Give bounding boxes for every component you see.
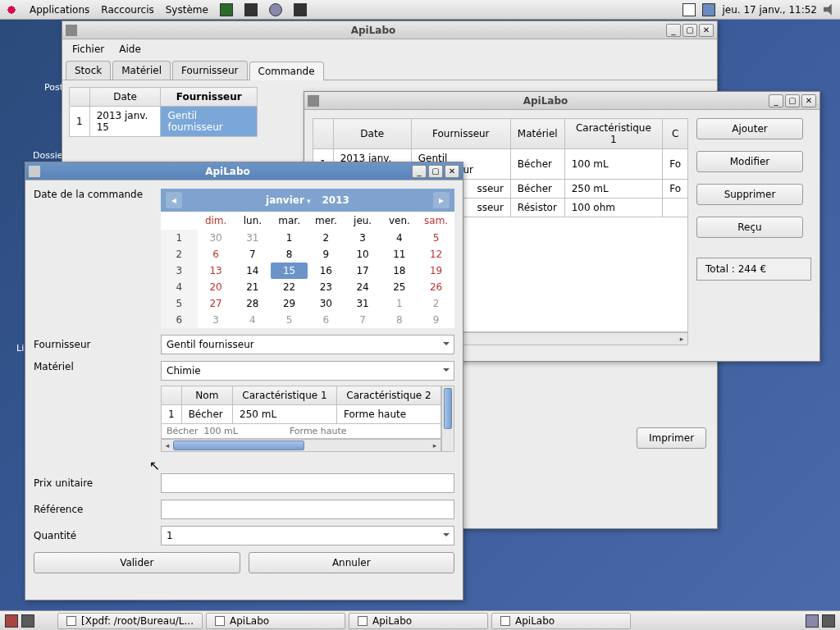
menu-applications[interactable]: Applications — [30, 4, 89, 16]
col-fournisseur: Fournisseur — [161, 88, 258, 107]
materiel-combo[interactable] — [161, 361, 454, 381]
task-apilabo[interactable]: ApiLabo — [206, 613, 345, 629]
task-apilabo[interactable]: ApiLabo — [491, 613, 631, 629]
minimize-button[interactable]: _ — [769, 94, 783, 107]
network-icon[interactable] — [702, 3, 715, 16]
label-reference: Référence — [34, 504, 161, 515]
menu-system[interactable]: Système — [166, 4, 208, 16]
recu-button[interactable]: Reçu — [696, 217, 803, 238]
reference-input[interactable] — [161, 500, 454, 519]
task-apilabo[interactable]: ApiLabo — [349, 613, 488, 629]
ajouter-button[interactable]: Ajouter — [696, 118, 803, 139]
close-button[interactable]: ✕ — [699, 24, 714, 37]
calendar[interactable]: ◂ janvier 2013 ▸ dim.lun.mar.mer.jeu.ven… — [161, 189, 454, 328]
window-title: ApiLabo — [322, 95, 769, 107]
workspace-switcher-icon[interactable] — [806, 614, 819, 628]
window-title: ApiLabo — [80, 25, 666, 36]
prev-month-button[interactable]: ◂ — [166, 192, 182, 208]
terminal-icon[interactable] — [294, 3, 307, 16]
selected-day: 15 — [271, 262, 308, 279]
minimize-button[interactable]: _ — [666, 24, 681, 37]
minimize-button[interactable]: _ — [412, 165, 427, 178]
quantite-input[interactable] — [161, 526, 454, 546]
top-panel: Applications Raccourcis Système jeu. 17 … — [0, 0, 840, 20]
supprimer-button[interactable]: Supprimer — [696, 184, 803, 205]
horizontal-scrollbar[interactable]: ◂▸ — [161, 439, 441, 452]
maximize-button[interactable]: ▢ — [428, 165, 443, 178]
materiel-table[interactable]: NomCaractéristique 1Caractéristique 2 1B… — [161, 386, 441, 424]
applet-icon[interactable] — [244, 3, 258, 16]
bottom-panel: [Xpdf: /root/Bureau/L... ApiLabo ApiLabo… — [0, 610, 840, 630]
maximize-button[interactable]: ▢ — [682, 24, 697, 37]
col-date: Date — [89, 88, 161, 107]
label-prix: Prix unitaire — [34, 477, 161, 489]
label-fournisseur: Fournisseur — [34, 339, 161, 350]
clock[interactable]: jeu. 17 janv., 11:52 — [722, 4, 817, 16]
modifier-button[interactable]: Modifier — [696, 151, 803, 172]
app-icon — [29, 166, 40, 177]
window-title: ApiLabo — [43, 166, 412, 177]
volume-icon[interactable] — [824, 4, 835, 16]
show-desktop-icon[interactable] — [5, 614, 18, 628]
window-apilabo-form: ApiLabo _ ▢ ✕ Date de la commande ◂ janv… — [25, 162, 463, 600]
desktop-label: Li — [16, 343, 24, 354]
imprimer-button[interactable]: Imprimer — [637, 427, 706, 449]
scroll-right-icon: ▸ — [676, 333, 687, 345]
label-date: Date de la commande — [34, 189, 161, 200]
tray-icon[interactable] — [682, 3, 696, 16]
app-icon — [66, 25, 77, 36]
task-xpdf[interactable]: [Xpdf: /root/Bureau/L... — [57, 613, 203, 629]
prix-input[interactable] — [161, 473, 454, 493]
next-month-button[interactable]: ▸ — [433, 192, 450, 208]
total-label: Total : 244 € — [696, 258, 811, 281]
partial-row: Bécher 100 mL Forme haute — [161, 424, 441, 439]
panel-icon[interactable] — [21, 614, 34, 628]
debian-icon — [5, 3, 18, 16]
menu-shortcuts[interactable]: Raccourcis — [101, 4, 153, 16]
close-button[interactable]: ✕ — [445, 165, 459, 178]
applet-icon[interactable] — [269, 3, 282, 16]
cursor-icon: ↖ — [149, 458, 160, 473]
close-button[interactable]: ✕ — [801, 94, 816, 107]
label-quantite: Quantité — [34, 530, 161, 541]
table-row: 1 2013 janv. 15 Gentil fournisseur — [70, 107, 258, 137]
label-materiel: Matériel — [34, 361, 161, 372]
calendar-year: 2013 — [322, 194, 349, 206]
fournisseur-combo[interactable] — [161, 335, 454, 354]
tab-commande[interactable]: Commande — [249, 62, 324, 80]
trash-icon[interactable] — [822, 614, 835, 628]
menu-fichier[interactable]: Fichier — [72, 43, 104, 55]
app-icon — [308, 95, 319, 107]
tab-stock[interactable]: Stock — [66, 61, 111, 80]
commande-table[interactable]: Date Fournisseur 1 2013 janv. 15 Gentil … — [69, 87, 258, 137]
table-row: 1Bécher250 mLForme haute — [162, 405, 441, 424]
applet-icon[interactable] — [220, 3, 233, 16]
valider-button[interactable]: Valider — [34, 552, 240, 573]
tab-materiel[interactable]: Matériel — [112, 61, 171, 80]
tab-fournisseur[interactable]: Fournisseur — [172, 61, 248, 80]
menu-aide[interactable]: Aide — [119, 43, 141, 55]
maximize-button[interactable]: ▢ — [785, 94, 800, 107]
calendar-month: janvier — [266, 194, 310, 206]
vertical-scrollbar[interactable] — [441, 386, 454, 452]
desktop-label: Dossie — [33, 150, 63, 161]
annuler-button[interactable]: Annuler — [249, 552, 455, 573]
